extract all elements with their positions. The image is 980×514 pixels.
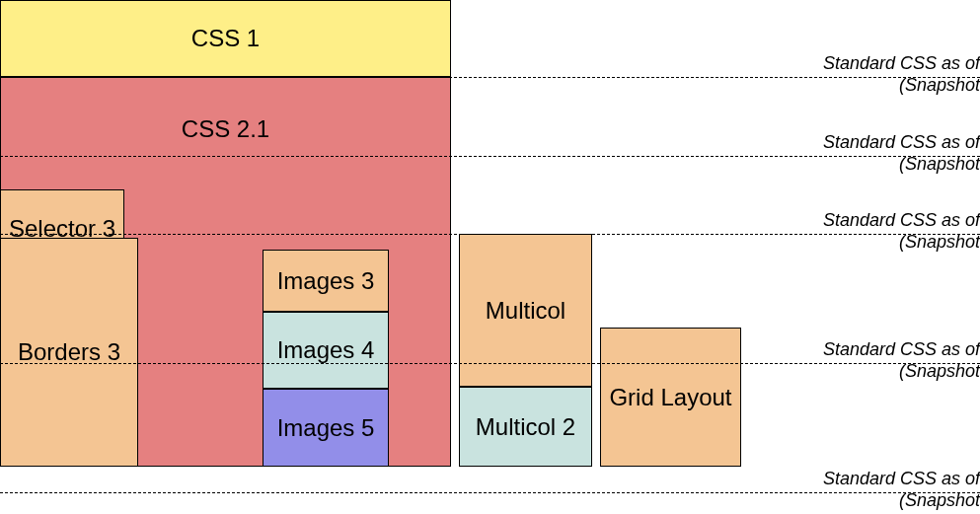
note-5-line1: Standard CSS as of [823, 468, 980, 489]
note-2: Standard CSS as of (Snapshot [823, 131, 980, 175]
note-3: Standard CSS as of (Snapshot [823, 209, 980, 253]
label-multicol: Multicol [486, 297, 565, 325]
block-images4: Images 4 [263, 312, 389, 389]
label-borders3: Borders 3 [18, 338, 120, 366]
note-5-line2: (Snapshot [823, 489, 980, 511]
note-1: Standard CSS as of (Snapshot [823, 52, 980, 96]
label-images5: Images 5 [277, 414, 375, 442]
css-evolution-diagram: CSS 1 CSS 2.1 Selector 3 Selector 4 Bord… [0, 0, 980, 514]
note-4-line1: Standard CSS as of [823, 338, 980, 360]
label-css1: CSS 1 [191, 25, 260, 52]
note-2-line1: Standard CSS as of [823, 131, 980, 153]
block-multicol2: Multicol 2 [459, 387, 592, 467]
label-css21: CSS 2.1 [182, 115, 269, 143]
note-3-line2: (Snapshot [823, 231, 980, 253]
block-css1: CSS 1 [0, 0, 451, 77]
label-multicol2: Multicol 2 [476, 413, 575, 441]
block-images5: Images 5 [263, 389, 389, 467]
block-images3: Images 3 [263, 250, 389, 312]
label-images4: Images 4 [277, 336, 375, 364]
note-5: Standard CSS as of (Snapshot [823, 468, 980, 511]
label-images3: Images 3 [277, 267, 375, 295]
note-4-line2: (Snapshot [823, 360, 980, 382]
block-gridlayout: Grid Layout [600, 328, 741, 467]
note-4: Standard CSS as of (Snapshot [823, 338, 980, 382]
note-1-line1: Standard CSS as of [823, 52, 980, 74]
label-gridlayout: Grid Layout [609, 384, 731, 411]
note-1-line2: (Snapshot [823, 74, 980, 96]
block-borders3: Borders 3 [0, 238, 138, 467]
note-3-line1: Standard CSS as of [823, 209, 980, 231]
note-2-line2: (Snapshot [823, 153, 980, 175]
